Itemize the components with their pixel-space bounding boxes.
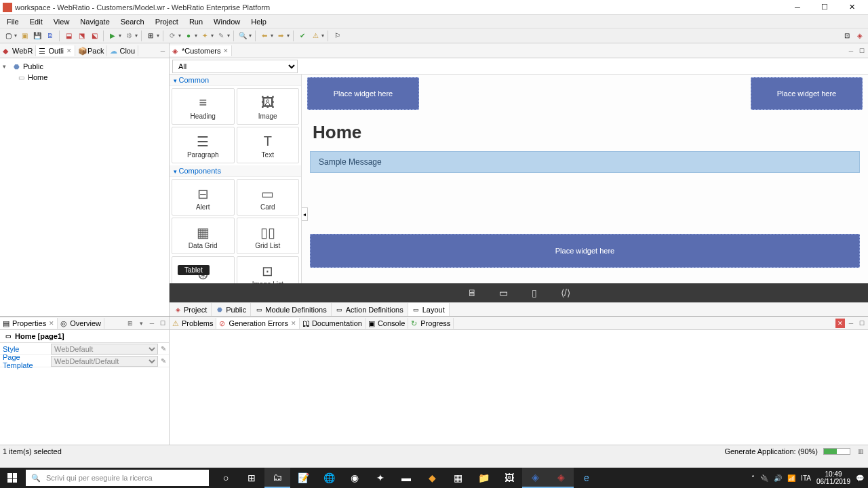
- run-icon[interactable]: ▶: [107, 30, 118, 41]
- tab-problems[interactable]: ⚠Problems: [170, 318, 216, 329]
- subtab-public[interactable]: ⬣Public: [212, 303, 251, 316]
- palette-text[interactable]: TText: [237, 127, 300, 163]
- min-bottom-icon[interactable]: ─: [846, 319, 856, 328]
- task-app5-icon[interactable]: 🖼: [496, 468, 522, 488]
- grid-icon[interactable]: ⊞: [145, 30, 156, 41]
- menu-view[interactable]: View: [48, 16, 75, 27]
- tray-wifi-icon[interactable]: 📶: [787, 474, 795, 482]
- palette-card[interactable]: ▭Card: [237, 179, 300, 216]
- settings-icon[interactable]: ✦: [199, 30, 210, 41]
- zoom-icon[interactable]: 🔍: [237, 30, 248, 41]
- palette-imagelist[interactable]: ⊡Image List: [237, 256, 300, 283]
- max-props-icon[interactable]: ☐: [158, 319, 167, 328]
- clear-errors-icon[interactable]: ✕: [835, 319, 845, 328]
- menu-help[interactable]: Help: [245, 16, 272, 27]
- menu-search[interactable]: Search: [115, 16, 150, 27]
- minimize-view-icon[interactable]: ─: [158, 46, 167, 56]
- task-chrome-icon[interactable]: ◉: [342, 468, 368, 488]
- task-explorer-icon[interactable]: 📁: [471, 468, 496, 488]
- tray-lang[interactable]: ITA: [801, 474, 811, 482]
- tree-child-home[interactable]: ▭ Home: [16, 72, 166, 83]
- menu-edit[interactable]: Edit: [24, 16, 48, 27]
- tab-clou[interactable]: ☁Clou: [107, 45, 138, 56]
- webratio-icon[interactable]: ⬓: [63, 30, 74, 41]
- editor-tab-customers[interactable]: ◈ *Customers ✕: [170, 45, 232, 56]
- subtab-project[interactable]: ◈Project: [170, 303, 212, 316]
- magic-icon[interactable]: ✎: [216, 30, 226, 41]
- max-bottom-icon[interactable]: ☐: [857, 319, 867, 328]
- expand-icon[interactable]: ▾: [3, 63, 9, 70]
- diagram-icon[interactable]: ⬕: [89, 30, 100, 41]
- new-icon[interactable]: ▢: [3, 30, 14, 41]
- taskview-icon[interactable]: ⊞: [239, 468, 264, 488]
- drop-zone-header-left[interactable]: Place widget here: [307, 77, 419, 110]
- drop-zone-bottom[interactable]: Place widget here: [310, 234, 860, 268]
- mobile-view-icon[interactable]: ▯: [527, 287, 542, 299]
- tab-pack[interactable]: 📦Pack: [75, 45, 107, 56]
- tray-sound-icon[interactable]: 🔊: [774, 474, 782, 482]
- edit-icon[interactable]: ✎: [158, 345, 169, 352]
- cortana-icon[interactable]: ○: [213, 468, 239, 488]
- task-browser2-icon[interactable]: e: [574, 468, 599, 488]
- menu-window[interactable]: Window: [208, 16, 245, 27]
- subtab-module[interactable]: ▭Module Definitions: [251, 303, 332, 316]
- task-webratio-icon[interactable]: ◈: [548, 468, 574, 488]
- sample-message[interactable]: Sample Message: [310, 151, 860, 173]
- task-sublime-icon[interactable]: ◆: [419, 468, 445, 488]
- forward-icon[interactable]: ➡: [275, 30, 286, 41]
- close-button[interactable]: ✕: [838, 1, 865, 14]
- task-browser-icon[interactable]: 🌐: [316, 468, 342, 488]
- tab-progress[interactable]: ↻Progress: [408, 318, 454, 329]
- menu-navigate[interactable]: Navigate: [75, 16, 115, 27]
- menu-project[interactable]: Project: [150, 16, 184, 27]
- tablet-view-icon[interactable]: ▭: [496, 287, 511, 299]
- edit-icon[interactable]: ✎: [158, 357, 169, 365]
- task-app3-icon[interactable]: ▬: [393, 468, 419, 488]
- subtab-layout[interactable]: ▭Layout: [408, 303, 450, 316]
- tray-notif-icon[interactable]: 💬: [856, 474, 864, 482]
- tab-outline[interactable]: ☰Outli✕: [36, 45, 75, 56]
- tab-webr[interactable]: ◆WebR: [0, 45, 36, 56]
- task-notes-icon[interactable]: 📝: [290, 468, 316, 488]
- tray-up-icon[interactable]: ˄: [751, 474, 755, 482]
- max-editor-icon[interactable]: ☐: [857, 46, 867, 56]
- tree-root[interactable]: ▾ ⬣ Public: [3, 61, 166, 72]
- categorize-icon[interactable]: ⊞: [125, 319, 135, 328]
- prop-template-select[interactable]: WebDefault/Default: [51, 356, 158, 367]
- tab-generrors[interactable]: ⊘Generation Errors✕: [216, 318, 299, 329]
- palette-alert[interactable]: ⊟Alert: [172, 179, 235, 216]
- warn-icon[interactable]: ⚠: [310, 30, 321, 41]
- section-components[interactable]: Components: [170, 165, 301, 177]
- open-icon[interactable]: ▣: [19, 30, 30, 41]
- save-all-icon[interactable]: 🗎: [45, 30, 56, 41]
- debug-icon[interactable]: ⚙: [123, 30, 134, 41]
- menu-run[interactable]: Run: [184, 16, 208, 27]
- menu-file[interactable]: File: [1, 16, 24, 27]
- palette-iconlist[interactable]: ⊛ Tablet: [172, 256, 235, 283]
- task-app1-icon[interactable]: 🗂: [264, 468, 290, 488]
- start-button[interactable]: [0, 468, 24, 488]
- tab-console[interactable]: ▣Console: [366, 318, 408, 329]
- collapse-palette-icon[interactable]: ◂: [302, 207, 308, 221]
- taskbar-search[interactable]: 🔍 Scrivi qui per eseguire la ricerca: [26, 470, 209, 486]
- back-icon[interactable]: ⬅: [259, 30, 270, 41]
- task-app2-icon[interactable]: ✦: [368, 468, 393, 488]
- check-icon[interactable]: ✔: [297, 30, 308, 41]
- webratio-persp-icon[interactable]: ◈: [854, 30, 865, 41]
- status-icon[interactable]: ▥: [856, 447, 865, 456]
- section-common[interactable]: Common: [170, 75, 301, 86]
- task-app4-icon[interactable]: ▦: [445, 468, 471, 488]
- subtab-action[interactable]: ▭Action Definitions: [332, 303, 408, 316]
- prop-style-select[interactable]: WebDefault: [51, 344, 158, 354]
- tab-documentation[interactable]: 🕮Documentation: [300, 318, 366, 329]
- save-icon[interactable]: 💾: [32, 30, 43, 41]
- maximize-button[interactable]: ☐: [811, 1, 838, 14]
- design-canvas[interactable]: ◂ Place widget here Place widget here Ho…: [302, 75, 868, 283]
- flag-icon[interactable]: ⚐: [332, 30, 342, 41]
- close-tab-icon[interactable]: ✕: [223, 47, 229, 54]
- min-editor-icon[interactable]: ─: [846, 46, 856, 56]
- palette-filter[interactable]: All: [172, 60, 298, 73]
- desktop-view-icon[interactable]: 🖥: [465, 287, 479, 299]
- minimize-button[interactable]: ─: [784, 1, 811, 14]
- task-app6-icon[interactable]: ◈: [522, 468, 548, 488]
